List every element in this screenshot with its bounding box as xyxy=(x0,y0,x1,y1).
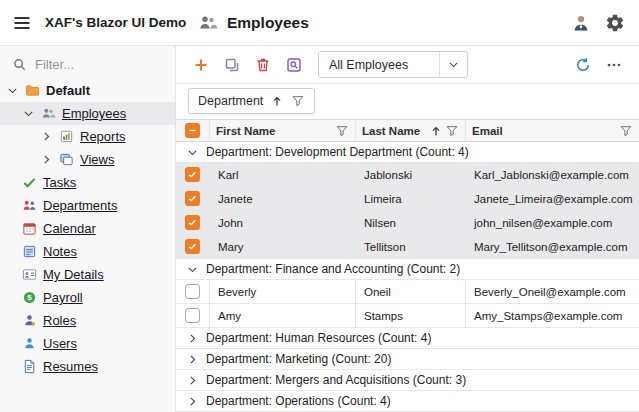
sidebar-item-label[interactable]: Payroll xyxy=(43,290,83,305)
group-row-department-marketing-count-20[interactable]: Department: Marketing (Count: 20) xyxy=(176,349,639,370)
group-label: Department: Operations (Count: 4) xyxy=(206,394,391,408)
column-header-email[interactable]: Email xyxy=(466,120,639,141)
table-row[interactable]: BeverlyOneilBeverly_Oneil@example.com xyxy=(176,280,639,304)
copy-icon xyxy=(224,57,240,73)
group-by-department-chip[interactable]: Department xyxy=(188,88,315,114)
group-label: Department: Finance and Accounting (Coun… xyxy=(206,262,460,276)
sidebar-item-default[interactable]: Default xyxy=(0,79,175,102)
group-label: Department: Human Resources (Count: 4) xyxy=(206,331,431,345)
column-label: Last Name xyxy=(362,125,420,137)
grid-header-row: First Name Last Name Email xyxy=(176,120,639,142)
folder-icon xyxy=(25,83,40,98)
page-title: Employees xyxy=(227,14,309,32)
filter-icon[interactable] xyxy=(445,124,459,138)
chevron-down-icon[interactable] xyxy=(6,84,19,97)
sidebar-item-label: Default xyxy=(46,83,90,98)
find-button[interactable] xyxy=(281,52,307,78)
select-all-checkbox[interactable] xyxy=(185,123,200,138)
sidebar-item-label[interactable]: Employees xyxy=(62,106,126,121)
hamburger-menu-icon[interactable] xyxy=(12,13,32,33)
row-checkbox[interactable] xyxy=(185,167,200,182)
table-row[interactable]: JaneteLimeiraJanete_Limeira@example.com xyxy=(176,187,639,211)
employees-icon xyxy=(41,106,56,121)
table-row[interactable]: MaryTellitsonMary_Tellitson@example.com xyxy=(176,235,639,259)
sidebar-item-tasks[interactable]: Tasks xyxy=(0,171,175,194)
sidebar-item-label[interactable]: Tasks xyxy=(43,175,76,190)
cell-last-name: Oneil xyxy=(356,280,466,303)
sidebar-item-notes[interactable]: Notes xyxy=(0,240,175,263)
sidebar-item-label[interactable]: Resumes xyxy=(43,359,98,374)
cell-email: Mary_Tellitson@example.com xyxy=(466,235,639,258)
sidebar-nav: Default Employees Reports Views Tasks De… xyxy=(0,79,175,378)
group-row-department-operations-count-4[interactable]: Department: Operations (Count: 4) xyxy=(176,391,639,412)
sidebar-item-employees[interactable]: Employees xyxy=(0,102,175,125)
group-row-department-development-department-count-[interactable]: Department: Development Department (Coun… xyxy=(176,142,639,163)
row-checkbox[interactable] xyxy=(185,239,200,254)
sort-ascending-icon[interactable] xyxy=(429,124,443,138)
user-avatar-icon[interactable] xyxy=(571,13,591,33)
sidebar-item-label[interactable]: Users xyxy=(43,336,77,351)
cell-email: Beverly_Oneil@example.com xyxy=(466,280,639,303)
sidebar-item-label[interactable]: Calendar xyxy=(43,221,96,236)
chevron-right-icon[interactable] xyxy=(186,353,199,366)
sidebar-item-label[interactable]: Reports xyxy=(80,129,126,144)
app-title: XAF's Blazor UI Demo xyxy=(45,15,186,30)
sidebar-item-roles[interactable]: Roles xyxy=(0,309,175,332)
filter-icon[interactable] xyxy=(619,124,633,138)
chevron-right-icon[interactable] xyxy=(40,130,53,143)
chevron-right-icon[interactable] xyxy=(186,332,199,345)
group-row-department-human-resources-count-4[interactable]: Department: Human Resources (Count: 4) xyxy=(176,328,639,349)
filter-icon[interactable] xyxy=(291,94,305,108)
chevron-down-icon[interactable] xyxy=(440,58,467,71)
sidebar-item-label[interactable]: Notes xyxy=(43,244,77,259)
sidebar-item-label[interactable]: Views xyxy=(80,152,114,167)
column-header-last-name[interactable]: Last Name xyxy=(356,120,466,141)
sidebar-item-departments[interactable]: Departments xyxy=(0,194,175,217)
table-row[interactable]: KarlJablonskiKarl_Jablonski@example.com xyxy=(176,163,639,187)
sidebar-item-views[interactable]: Views xyxy=(0,148,175,171)
topbar-right xyxy=(571,13,627,33)
sidebar-item-my-details[interactable]: My Details xyxy=(0,263,175,286)
employees-filter-select[interactable]: All Employees xyxy=(318,51,468,78)
filter-input[interactable] xyxy=(35,57,153,72)
column-header-first-name[interactable]: First Name xyxy=(210,120,356,141)
column-label: First Name xyxy=(216,125,275,137)
sidebar-item-label[interactable]: Departments xyxy=(43,198,117,213)
sort-ascending-icon[interactable] xyxy=(270,94,284,108)
row-checkbox[interactable] xyxy=(185,191,200,206)
toolbar-right-actions xyxy=(570,52,627,78)
new-button[interactable] xyxy=(188,52,214,78)
column-label: Email xyxy=(472,125,503,137)
chevron-down-icon[interactable] xyxy=(186,146,199,159)
sidebar-item-label[interactable]: My Details xyxy=(43,267,104,282)
sidebar-item-reports[interactable]: Reports xyxy=(0,125,175,148)
row-checkbox[interactable] xyxy=(185,308,200,323)
row-checkbox[interactable] xyxy=(185,215,200,230)
page-header: Employees xyxy=(198,13,571,33)
sidebar-item-label[interactable]: Roles xyxy=(43,313,76,328)
sidebar-item-calendar[interactable]: Calendar xyxy=(0,217,175,240)
more-options-button[interactable] xyxy=(601,52,627,78)
views-icon xyxy=(59,152,74,167)
group-row-department-finance-and-accounting-count-[interactable]: Department: Finance and Accounting (Coun… xyxy=(176,259,639,280)
chevron-right-icon[interactable] xyxy=(40,153,53,166)
resumes-icon xyxy=(22,359,37,374)
main-layout: Default Employees Reports Views Tasks De… xyxy=(0,46,639,412)
sidebar-item-users[interactable]: Users xyxy=(0,332,175,355)
row-checkbox[interactable] xyxy=(185,284,200,299)
filter-icon[interactable] xyxy=(335,124,349,138)
table-row[interactable]: AmyStampsAmy_Stamps@example.com xyxy=(176,304,639,328)
chevron-right-icon[interactable] xyxy=(186,395,199,408)
chevron-right-icon[interactable] xyxy=(186,374,199,387)
delete-button[interactable] xyxy=(250,52,276,78)
sidebar-item-payroll[interactable]: $ Payroll xyxy=(0,286,175,309)
group-row-department-mergers-and-acquisitions-coun[interactable]: Department: Mergers and Acquisitions (Co… xyxy=(176,370,639,391)
clone-button[interactable] xyxy=(219,52,245,78)
chevron-down-icon[interactable] xyxy=(22,107,35,120)
chevron-down-icon[interactable] xyxy=(186,263,199,276)
settings-gear-icon[interactable] xyxy=(605,13,625,33)
sidebar-item-resumes[interactable]: Resumes xyxy=(0,355,175,378)
table-row[interactable]: JohnNilsenjohn_nilsen@example.com xyxy=(176,211,639,235)
toolbar-actions xyxy=(188,52,307,78)
refresh-button[interactable] xyxy=(570,52,596,78)
